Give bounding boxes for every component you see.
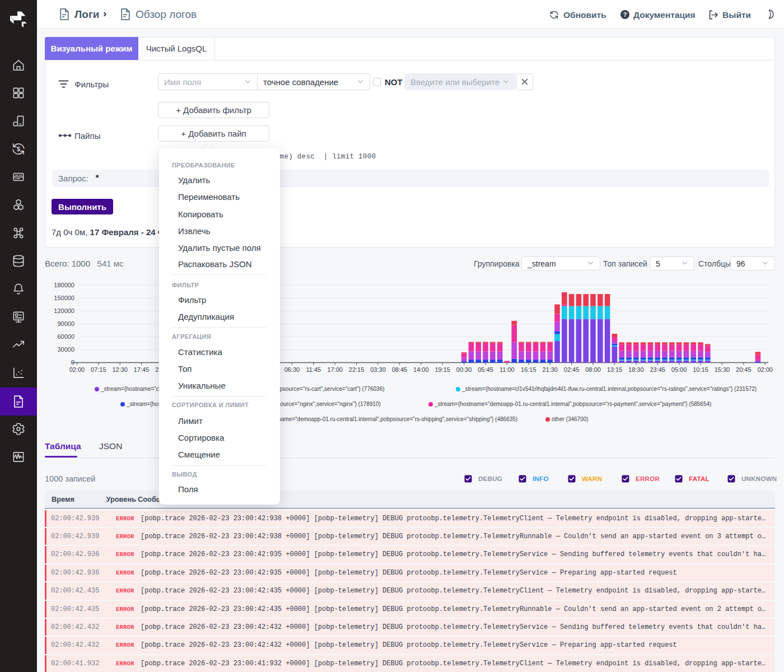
svg-text:21:30: 21:30 bbox=[542, 366, 558, 373]
svg-text:30000: 30000 bbox=[57, 346, 74, 353]
svg-text:07:15: 07:15 bbox=[91, 366, 106, 373]
svg-text:20:45: 20:45 bbox=[736, 366, 752, 373]
svg-text:19:15: 19:15 bbox=[435, 366, 450, 373]
svg-text:06:30: 06:30 bbox=[284, 366, 300, 373]
svg-text:05:45: 05:45 bbox=[478, 366, 493, 373]
svg-text:02:00: 02:00 bbox=[69, 366, 85, 373]
svg-text:03:30: 03:30 bbox=[370, 366, 386, 373]
svg-text:180000: 180000 bbox=[54, 282, 74, 288]
svg-text:05:00: 05:00 bbox=[671, 366, 687, 373]
svg-text:60000: 60000 bbox=[57, 333, 74, 340]
svg-text:120000: 120000 bbox=[54, 307, 74, 314]
svg-text:13:15: 13:15 bbox=[607, 366, 623, 373]
svg-text:00:30: 00:30 bbox=[456, 366, 472, 373]
svg-text:02:45: 02:45 bbox=[564, 366, 580, 373]
svg-text:15:30: 15:30 bbox=[715, 366, 730, 373]
svg-text:14:00: 14:00 bbox=[413, 366, 429, 373]
svg-text:12:30: 12:30 bbox=[112, 366, 128, 373]
svg-text:90000: 90000 bbox=[57, 320, 74, 327]
svg-text:11:45: 11:45 bbox=[306, 366, 321, 373]
svg-text:17:00: 17:00 bbox=[327, 366, 343, 373]
svg-text:10:15: 10:15 bbox=[693, 366, 708, 373]
svg-text:11:00: 11:00 bbox=[500, 366, 515, 373]
svg-text:22:15: 22:15 bbox=[349, 366, 365, 373]
svg-text:?: ? bbox=[623, 11, 627, 18]
svg-text:16:15: 16:15 bbox=[521, 366, 536, 373]
svg-text:08:45: 08:45 bbox=[392, 366, 408, 373]
svg-text:08:00: 08:00 bbox=[585, 366, 601, 373]
svg-text:02:00: 02:00 bbox=[757, 366, 773, 373]
svg-text:18:30: 18:30 bbox=[628, 366, 644, 373]
svg-text:150000: 150000 bbox=[54, 295, 74, 301]
svg-text:$: $ bbox=[17, 146, 20, 152]
svg-text:17:45: 17:45 bbox=[134, 366, 150, 373]
svg-text:23:45: 23:45 bbox=[650, 366, 665, 373]
